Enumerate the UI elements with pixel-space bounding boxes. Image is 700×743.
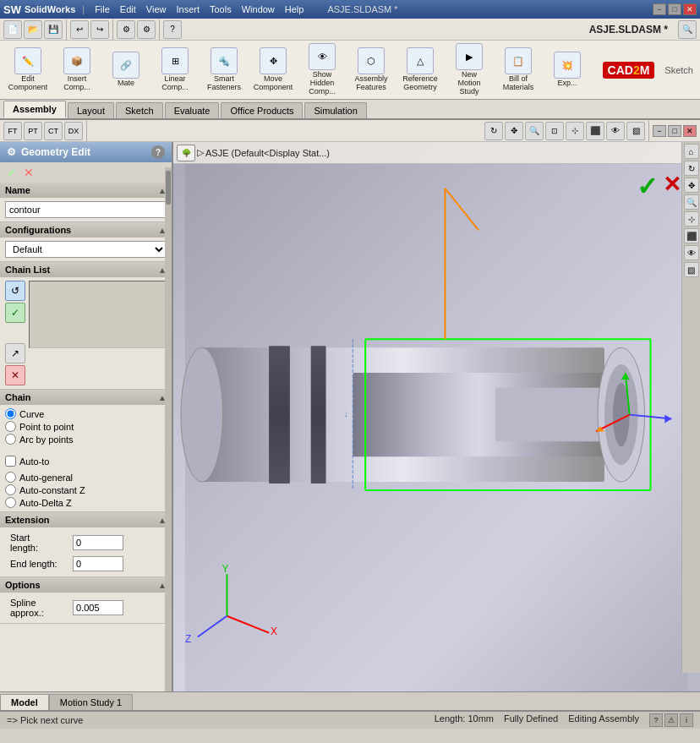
rotate-view-icon[interactable]: ↻ (484, 122, 503, 140)
edit-component-btn[interactable]: ✏️ EditComponent (7, 46, 49, 94)
start-length-input[interactable] (73, 535, 123, 550)
help-icon[interactable]: ? (163, 20, 182, 39)
confirm-x-btn[interactable]: ✕ (24, 166, 34, 179)
auto-to-checkbox[interactable] (5, 456, 16, 467)
viewport-check-icon[interactable]: ✓ (637, 172, 658, 201)
chain-add-btn[interactable]: ↺ (5, 281, 25, 301)
auto-delta-z-item[interactable]: Auto-Delta Z (5, 497, 167, 508)
chain-arc-radio-item[interactable]: Arc by points (5, 434, 167, 445)
close-button[interactable]: ✕ (683, 3, 697, 15)
show-hidden-btn[interactable]: 👁 ShowHiddenComp... (301, 41, 343, 98)
inner-maximize-btn[interactable]: □ (668, 125, 681, 137)
dimxtree-icon[interactable]: DX (64, 122, 83, 140)
confirm-check-btn[interactable]: ✓ (7, 166, 17, 179)
panel-help-btn[interactable]: ? (151, 145, 165, 159)
configurations-select[interactable]: Default (5, 241, 167, 258)
menu-item-file[interactable]: File (91, 4, 113, 14)
right-hide-icon[interactable]: 👁 (684, 245, 699, 260)
status-icon-help[interactable]: ? (649, 713, 663, 727)
menu-item-insert[interactable]: Insert (172, 4, 203, 14)
right-display-icon[interactable]: ⬛ (684, 228, 699, 243)
chain-curve-radio[interactable] (5, 408, 16, 419)
tab-model[interactable]: Model (0, 694, 49, 710)
tab-assembly[interactable]: Assembly (3, 101, 66, 118)
mate-btn[interactable]: 🔗 Mate (105, 50, 147, 90)
new-icon[interactable]: 📄 (3, 20, 22, 39)
bill-of-materials-btn[interactable]: 📋 Bill ofMaterials (497, 46, 539, 94)
pan-icon[interactable]: ✥ (505, 122, 523, 140)
menu-item-view[interactable]: View (143, 4, 170, 14)
tab-office-products[interactable]: Office Products (221, 102, 303, 118)
chain-ptp-radio-item[interactable]: Point to point (5, 421, 167, 432)
save-icon[interactable]: 💾 (44, 20, 63, 39)
open-icon[interactable]: 📂 (24, 20, 42, 39)
right-home-icon[interactable]: ⌂ (684, 144, 699, 159)
auto-to-check-item[interactable]: Auto-to (0, 454, 172, 468)
right-section-icon[interactable]: ▧ (684, 262, 699, 277)
auto-general-radio[interactable] (5, 472, 16, 483)
name-section-header[interactable]: Name ▲ (0, 183, 172, 198)
move-component-btn[interactable]: ✥ MoveComponent (252, 46, 294, 94)
tab-evaluate[interactable]: Evaluate (165, 102, 220, 118)
chain-ok-btn[interactable]: ✓ (5, 303, 25, 323)
menu-item-tools[interactable]: Tools (206, 4, 235, 14)
redo-icon[interactable]: ↪ (90, 20, 109, 39)
rebuild-icon[interactable]: ⚙ (117, 20, 135, 39)
configurations-section-header[interactable]: Configurations ▲ (0, 222, 172, 238)
explode-btn[interactable]: 💥 Exp... (546, 50, 588, 90)
menu-item-window[interactable]: Window (238, 4, 278, 14)
assembly-features-btn[interactable]: ⬡ AssemblyFeatures (350, 46, 392, 94)
section-view-icon[interactable]: ▧ (626, 122, 645, 140)
viewport-x-icon[interactable]: ✕ (663, 172, 681, 198)
minimize-button[interactable]: − (653, 3, 666, 15)
auto-general-item[interactable]: Auto-general (5, 472, 167, 483)
insert-components-btn[interactable]: 📦 InsertComp... (56, 46, 98, 94)
chain-remove-btn[interactable]: ✕ (5, 365, 25, 385)
featuretree-icon[interactable]: FT (3, 122, 22, 140)
right-zoom-icon[interactable]: 🔍 (684, 194, 699, 210)
auto-delta-z-radio[interactable] (5, 497, 16, 508)
right-pan-icon[interactable]: ✥ (684, 178, 699, 193)
reference-geometry-btn[interactable]: △ ReferenceGeometry (399, 46, 441, 94)
chain-section-header[interactable]: Chain ▲ (0, 390, 172, 405)
chain-ptp-radio[interactable] (5, 421, 16, 432)
smart-fasteners-btn[interactable]: 🔩 SmartFasteners (203, 46, 245, 94)
configtree-icon[interactable]: CT (44, 122, 63, 140)
vp-tree-btn[interactable]: 🌳 (177, 145, 195, 161)
display-style-icon[interactable]: ⬛ (586, 122, 604, 140)
right-rotate-icon[interactable]: ↻ (684, 161, 699, 176)
inner-minimize-btn[interactable]: − (653, 125, 666, 137)
chain-list-section-header[interactable]: Chain List ▲ (0, 262, 172, 277)
auto-constant-z-item[interactable]: Auto-constant Z (5, 484, 167, 495)
right-view-icon[interactable]: ⊹ (684, 211, 699, 227)
auto-constant-z-radio[interactable] (5, 484, 16, 495)
chain-arc-radio[interactable] (5, 434, 16, 445)
tab-layout[interactable]: Layout (68, 102, 114, 118)
status-icon-info[interactable]: i (680, 713, 693, 727)
zoom-icon[interactable]: 🔍 (525, 122, 544, 140)
options-icon[interactable]: ⚙ (137, 20, 156, 39)
tab-simulation[interactable]: Simulation (304, 102, 366, 118)
chain-curve-radio-item[interactable]: Curve (5, 408, 167, 419)
panel-scrollbar[interactable] (165, 167, 172, 691)
spline-approx-input[interactable] (73, 600, 123, 615)
viewport[interactable]: 🌳 ▷ ASJE (Default<Display Stat...) ✓ ✕ (173, 142, 700, 691)
new-motion-study-btn[interactable]: ▶ NewMotionStudy (448, 41, 490, 98)
undo-icon[interactable]: ↩ (70, 20, 89, 39)
inner-close-btn[interactable]: ✕ (683, 125, 697, 137)
tab-motion-study-1[interactable]: Motion Study 1 (49, 694, 133, 710)
scrollbar-thumb[interactable] (166, 171, 171, 205)
menu-item-help[interactable]: Help (282, 4, 308, 14)
name-input[interactable] (5, 201, 167, 218)
view-orient-icon[interactable]: ⊹ (566, 122, 584, 140)
zoom-fit-icon[interactable]: ⊡ (545, 122, 564, 140)
linear-comp-btn[interactable]: ⊞ LinearComp... (154, 46, 196, 94)
tab-sketch[interactable]: Sketch (116, 102, 163, 118)
extension-section-header[interactable]: Extension ▲ (0, 512, 172, 527)
end-length-input[interactable] (73, 556, 123, 571)
hide-show-icon[interactable]: 👁 (606, 122, 625, 140)
maximize-button[interactable]: □ (668, 3, 681, 15)
chain-arrow-btn[interactable]: ↗ (5, 343, 25, 363)
options-section-header[interactable]: Options ▲ (0, 577, 172, 593)
propertytree-icon[interactable]: PT (24, 122, 42, 140)
